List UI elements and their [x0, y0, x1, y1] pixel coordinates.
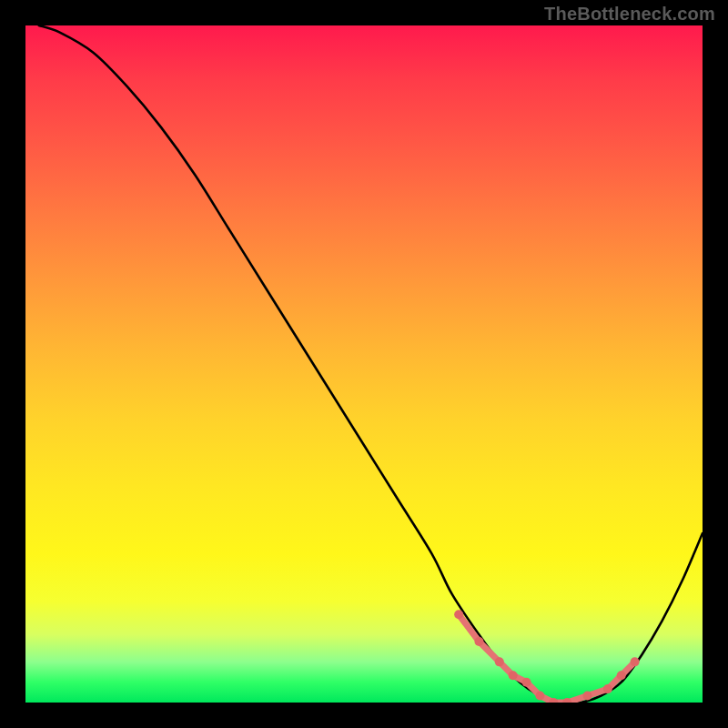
highlight-marker: [474, 637, 483, 646]
watermark-text: TheBottleneck.com: [544, 4, 715, 25]
highlight-marker: [631, 657, 640, 666]
chart-frame: TheBottleneck.com: [0, 0, 728, 728]
highlight-marker: [509, 671, 518, 680]
highlight-marker: [522, 678, 531, 687]
bottleneck-curve: [39, 25, 703, 703]
highlight-marker: [583, 692, 592, 701]
chart-svg: [25, 25, 703, 703]
highlight-marker: [617, 671, 626, 680]
chart-plot-area: [25, 25, 703, 703]
highlight-marker: [495, 657, 504, 666]
highlight-marker: [454, 610, 463, 619]
highlight-marker: [535, 692, 544, 701]
highlight-marker: [603, 684, 612, 693]
